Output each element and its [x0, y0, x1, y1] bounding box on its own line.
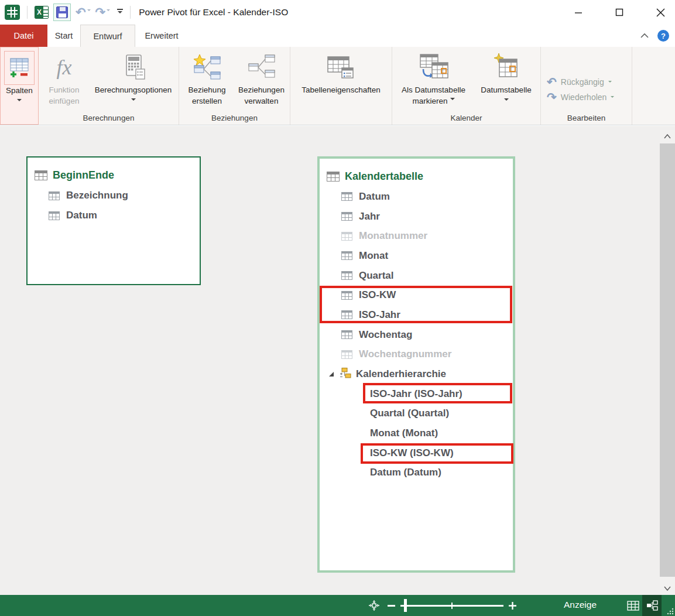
maximize-icon[interactable]: [613, 6, 626, 19]
field-wochentag[interactable]: Wochentag: [320, 325, 513, 345]
ribbon-group-beziehungen: Beziehung erstellen Beziehungen verwalte…: [179, 47, 290, 125]
excel-icon[interactable]: X: [35, 6, 49, 19]
tab-start[interactable]: Start: [47, 25, 80, 47]
fit-to-window-icon[interactable]: [369, 600, 379, 613]
quick-access-toolbar: X ↶ ↷: [0, 4, 133, 21]
hierarchy-kalenderhierarchie[interactable]: Kalenderhierarchie: [320, 364, 513, 384]
group-label-kalender: Kalender: [392, 114, 540, 122]
divider: [27, 6, 28, 19]
column-icon: [49, 191, 60, 200]
window-title: Power Pivot für Excel - Kalender-ISO: [139, 7, 288, 18]
zoom-out-button[interactable]: [388, 605, 395, 607]
tab-datei[interactable]: Datei: [0, 25, 47, 47]
ribbon-group-spalten: Spalten: [0, 47, 39, 125]
column-icon: [341, 192, 352, 201]
field-datum[interactable]: Datum: [28, 206, 200, 225]
table-name: BeginnEnde: [53, 169, 114, 182]
field-monat[interactable]: Monat: [320, 246, 513, 266]
resize-grip[interactable]: [667, 608, 674, 615]
date-table-button[interactable]: Datumstabelle: [474, 49, 539, 103]
hierarchy-level-datum[interactable]: Datum (Datum): [320, 463, 513, 483]
button-label: Als Datumstabelle: [402, 84, 465, 95]
field-jahr[interactable]: Jahr: [320, 207, 513, 227]
chevron-down-icon: [107, 9, 110, 13]
chevron-down-icon: [450, 98, 455, 102]
field-wochentagnummer[interactable]: Wochentagnummer: [320, 345, 513, 365]
chevron-down-icon: [87, 9, 91, 13]
button-label: Datumstabelle: [481, 84, 531, 95]
ribbon-group-kalender: Als Datumstabelle markieren Datumstabell…: [392, 47, 541, 125]
close-icon[interactable]: [654, 6, 667, 19]
zoom-slider-midpoint: [451, 603, 453, 609]
zoom-slider-handle[interactable]: [404, 599, 407, 612]
customize-quick-access-icon[interactable]: [117, 9, 123, 16]
status-bar: Anzeige: [0, 595, 675, 616]
hierarchy-level-quartal[interactable]: Quartal (Quartal): [320, 404, 513, 424]
ribbon-tab-bar: Datei Start Entwurf Erweitert ?: [0, 25, 675, 47]
group-label-berechnungen: Berechnungen: [39, 114, 179, 122]
undo-icon: ↶: [547, 77, 557, 87]
hidden-column-icon: [341, 350, 352, 359]
calculation-options-button[interactable]: Berechnungsoptionen: [89, 49, 178, 103]
minimize-icon[interactable]: [572, 6, 585, 19]
undo-button[interactable]: ↶: [76, 6, 91, 18]
field-bezeichnung[interactable]: Bezeichnung: [28, 186, 200, 206]
field-monatnummer[interactable]: Monatnummer: [320, 226, 513, 246]
table-properties-button[interactable]: Tabelleneigenschaften: [292, 49, 390, 95]
scrollbar-thumb[interactable]: [660, 143, 675, 577]
hierarchy-icon: [339, 368, 351, 381]
create-relationship-button[interactable]: Beziehung erstellen: [180, 49, 234, 107]
column-icon: [49, 211, 60, 220]
date-table-icon: [492, 50, 520, 84]
insert-function-button[interactable]: fx Funktion einfügen: [40, 49, 89, 107]
chevron-down-icon: [17, 99, 22, 104]
hierarchy-level-monat[interactable]: Monat (Monat): [320, 423, 513, 443]
spalten-button[interactable]: Spalten: [4, 50, 35, 104]
table-name: Kalendertabelle: [345, 170, 423, 183]
button-label: Tabelleneigenschaften: [301, 84, 380, 95]
tab-erweitert[interactable]: Erweitert: [135, 25, 188, 47]
data-view-button[interactable]: [624, 595, 642, 616]
redo-button[interactable]: ↷: [95, 6, 111, 18]
help-icon[interactable]: ?: [657, 30, 669, 42]
expand-triangle-icon[interactable]: [328, 369, 334, 379]
button-label: Funktion: [49, 84, 80, 95]
mark-as-date-table-button[interactable]: Als Datumstabelle markieren: [394, 49, 474, 107]
diagram-view-button[interactable]: [642, 595, 662, 616]
chevron-down-icon: [608, 81, 612, 84]
table-kalendertabelle[interactable]: Kalendertabelle Datum Jahr Monatnummer M…: [317, 156, 515, 573]
undo-button-ribbon[interactable]: ↶ Rückgängig: [547, 77, 612, 87]
scroll-up-icon[interactable]: [660, 130, 675, 143]
diagram-view-canvas[interactable]: BeginnEnde Bezeichnung Datum Kalendertab…: [0, 126, 675, 595]
save-button[interactable]: [53, 4, 71, 21]
undo-icon: ↶: [76, 6, 86, 18]
button-label: erstellen: [192, 95, 222, 107]
manage-relationships-button[interactable]: Beziehungen verwalten: [234, 49, 289, 107]
hidden-column-icon: [341, 232, 352, 241]
vertical-scrollbar[interactable]: [660, 130, 675, 595]
column-icon: [341, 251, 352, 260]
button-label: Rückgängig: [561, 77, 604, 87]
table-properties-icon: [326, 50, 357, 84]
chevron-down-icon: [131, 98, 136, 103]
column-icon: [341, 212, 352, 221]
collapse-ribbon-icon[interactable]: [640, 30, 649, 41]
scroll-down-icon[interactable]: [660, 582, 675, 595]
field-datum[interactable]: Datum: [320, 187, 513, 207]
group-label-bearbeiten: Bearbeiten: [541, 114, 632, 122]
divider: [130, 6, 131, 19]
add-delete-columns-icon: [4, 51, 35, 85]
group-label-beziehungen: Beziehungen: [179, 114, 290, 122]
tab-entwurf[interactable]: Entwurf: [80, 25, 135, 47]
zoom-in-button[interactable]: [508, 601, 517, 612]
window-controls: [572, 6, 675, 19]
button-label: einfügen: [49, 95, 80, 107]
table-header[interactable]: BeginnEnde: [28, 158, 200, 186]
redo-button-ribbon[interactable]: ↷ Wiederholen: [547, 92, 614, 102]
column-icon: [341, 271, 352, 280]
table-header[interactable]: Kalendertabelle: [320, 159, 513, 187]
field-quartal[interactable]: Quartal: [320, 266, 513, 286]
table-beginnende[interactable]: BeginnEnde Bezeichnung Datum: [26, 156, 201, 285]
ribbon-group-bearbeiten: ↶ Rückgängig ↷ Wiederholen Bearbeiten: [541, 47, 632, 125]
redo-icon: ↷: [95, 6, 106, 18]
